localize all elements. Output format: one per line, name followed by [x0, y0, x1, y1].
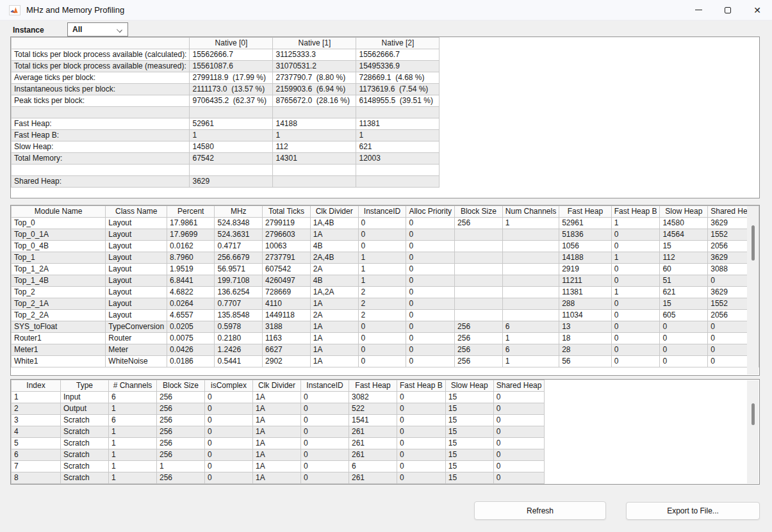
table-cell: 0 [205, 461, 253, 472]
table-row[interactable]: 2Output125601A05220150 [12, 403, 545, 415]
table-row[interactable] [12, 107, 439, 118]
column-header[interactable]: Type [61, 380, 109, 392]
table-row[interactable]: Fast Heap B:111 [12, 130, 439, 141]
table-row[interactable]: Top_1_4BLayout6.8441199.710842604974B101… [12, 275, 759, 287]
close-icon: ✕ [753, 6, 761, 15]
table-row[interactable]: Top_0_4BLayout0.01620.4717100634B0010560… [12, 241, 759, 252]
column-header[interactable]: Clk Divider [310, 206, 358, 218]
column-header[interactable]: Native [2] [356, 38, 439, 49]
export-to-file-button[interactable]: Export to File... [626, 502, 760, 520]
column-header[interactable]: Fast Heap [349, 380, 397, 392]
column-header[interactable] [12, 38, 190, 49]
table-cell: 0 [660, 333, 708, 344]
refresh-button[interactable]: Refresh [474, 501, 606, 520]
table-cell: Scratch [61, 438, 109, 449]
buffer-table-scroll-thumb[interactable] [751, 403, 755, 425]
module-panel: Module NameClass NamePercentMHzTotal Tic… [10, 205, 760, 376]
column-header[interactable]: Block Size [455, 206, 503, 218]
column-header[interactable]: Total Ticks [263, 206, 311, 218]
column-header[interactable]: Alloc Priority [406, 206, 455, 218]
table-cell: 0 [205, 472, 253, 484]
maximize-button[interactable] [713, 0, 743, 20]
close-button[interactable]: ✕ [743, 0, 772, 20]
table-row[interactable]: Meter1Meter0.04261.242666271A00256628000 [12, 344, 759, 356]
minimize-button[interactable] [684, 0, 713, 20]
table-row[interactable]: Slow Heap:14580112621 [12, 141, 439, 153]
column-header[interactable]: isComplex [205, 380, 253, 392]
instance-dropdown[interactable]: All [67, 22, 128, 36]
table-cell: 199.7108 [215, 275, 263, 287]
column-header[interactable]: Shared Heap [493, 380, 545, 392]
table-row[interactable]: Average ticks per block:2799118.9 (17.99… [12, 72, 439, 84]
table-cell: 0 [397, 438, 446, 449]
table-row[interactable]: Router1Router0.00750.218011631A002561180… [12, 333, 759, 344]
column-header[interactable]: InstanceID [358, 206, 406, 218]
table-cell: 0 [611, 264, 660, 275]
table-row[interactable] [12, 165, 439, 176]
table-row[interactable]: 8Scratch125601A02610150 [12, 472, 545, 484]
table-row[interactable]: White1WhiteNoise0.01860.544129021A002561… [12, 356, 759, 367]
table-cell: 60 [660, 264, 708, 275]
column-header[interactable]: InstanceID [301, 380, 349, 392]
table-row[interactable]: 7Scratch1101A060150 [12, 461, 545, 472]
table-row[interactable]: 4Scratch125601A02610150 [12, 426, 545, 438]
column-header[interactable]: Native [1] [273, 38, 356, 49]
table-cell: 2 [358, 298, 406, 310]
table-row[interactable]: 3Scratch625601A015410150 [12, 415, 545, 426]
table-row[interactable]: Top_2_1ALayout0.02640.770741101A20288015… [12, 298, 759, 310]
table-row[interactable]: 5Scratch125601A02610150 [12, 438, 545, 449]
table-row[interactable]: Instantaneous ticks per block:2111173.0 … [12, 84, 439, 95]
column-header[interactable]: Slow Heap [445, 380, 493, 392]
table-row[interactable]: Fast Heap:529611418811381 [12, 118, 439, 130]
table-cell: 1A [310, 344, 358, 356]
column-header[interactable]: Module Name [12, 206, 106, 218]
table-cell: 1A [310, 356, 358, 367]
table-cell: 261 [349, 449, 397, 461]
column-header[interactable]: MHz [215, 206, 263, 218]
table-row[interactable]: Total Memory:675421430112003 [12, 153, 439, 165]
table-cell: 0 [660, 356, 708, 367]
table-row[interactable]: Total ticks per block process available … [12, 49, 439, 61]
table-cell: 2796603 [263, 229, 311, 241]
column-header[interactable]: Native [0] [190, 38, 273, 49]
table-row[interactable]: SYS_toFloatTypeConversion0.02050.5978318… [12, 321, 759, 333]
table-cell: 0 [358, 356, 406, 367]
table-cell: 1A,2A [310, 287, 358, 298]
column-header[interactable]: Fast Heap B [397, 380, 446, 392]
table-cell: 0 [301, 438, 349, 449]
module-table-scroll-thumb[interactable] [751, 225, 755, 261]
buffer-table-scrollbar[interactable] [747, 380, 759, 483]
table-cell: 256 [157, 449, 205, 461]
column-header[interactable]: Fast Heap B [611, 206, 660, 218]
matlab-app-icon [9, 5, 21, 15]
table-row[interactable]: Peak ticks per block:9706435.2 (62.37 %)… [12, 95, 439, 107]
column-header[interactable]: Class Name [106, 206, 167, 218]
column-header[interactable]: Percent [167, 206, 215, 218]
column-header[interactable]: Index [12, 380, 61, 392]
column-header[interactable]: Clk Divider [253, 380, 301, 392]
table-row[interactable]: 1Input625601A030820150 [12, 392, 545, 403]
column-header[interactable]: # Channels [109, 380, 157, 392]
column-header[interactable]: Num Channels [502, 206, 559, 218]
table-cell: Total ticks per block process available … [12, 61, 190, 72]
table-cell: 0 [406, 241, 455, 252]
table-row[interactable]: Top_1_2ALayout1.951956.95716075422A10291… [12, 264, 759, 275]
table-cell: 0 [611, 310, 660, 321]
table-row[interactable]: 6Scratch125601A02610150 [12, 449, 545, 461]
table-row[interactable]: Top_2_2ALayout4.6557135.854814491182A201… [12, 310, 759, 321]
table-row[interactable]: Top_0_1ALayout17.9699524.363127966031A00… [12, 229, 759, 241]
table-cell: 0 [493, 461, 545, 472]
table-row[interactable]: Top_1Layout8.7960256.667927377912A,4B101… [12, 252, 759, 264]
table-cell: 5 [12, 438, 61, 449]
table-row[interactable]: Top_0Layout17.9861524.834827991191A,4B00… [12, 218, 759, 229]
table-cell: 2919 [559, 264, 612, 275]
table-row[interactable]: Shared Heap:3629 [12, 176, 439, 188]
table-row[interactable]: Top_2Layout4.6822136.62547286691A,2A2011… [12, 287, 759, 298]
table-cell: Top_1 [12, 252, 106, 264]
column-header[interactable]: Slow Heap [660, 206, 708, 218]
table-cell: 1 [109, 426, 157, 438]
table-row[interactable]: Total ticks per block process available … [12, 61, 439, 72]
module-table-scrollbar[interactable] [747, 206, 759, 375]
column-header[interactable]: Fast Heap [559, 206, 612, 218]
column-header[interactable]: Block Size [157, 380, 205, 392]
